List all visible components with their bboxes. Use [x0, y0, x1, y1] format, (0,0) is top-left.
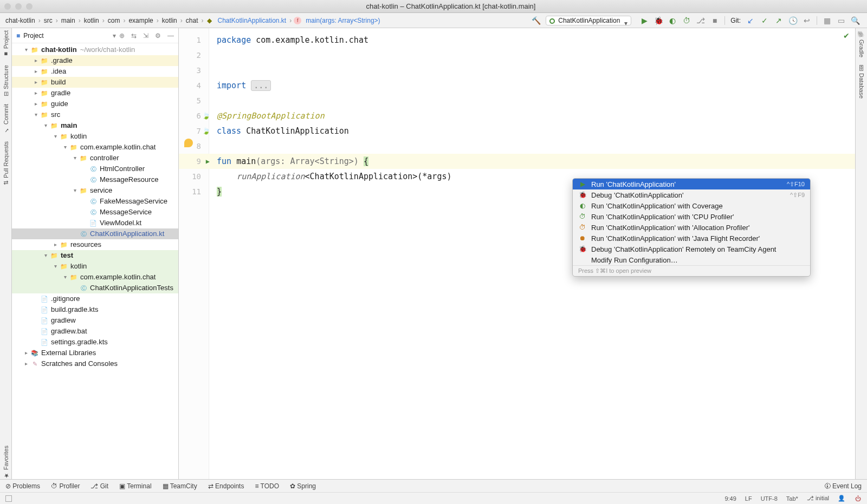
line-number[interactable]: 11: [179, 184, 209, 199]
tree-row[interactable]: ⒸFakeMessageService: [12, 196, 178, 207]
tool-tab-structure[interactable]: ⊟Structure: [2, 65, 9, 96]
tool-tab-pull-requests[interactable]: ⇅Pull Requests: [2, 141, 9, 185]
context-menu-item[interactable]: 🐞Debug 'ChatKotlinApplication' Remotely …: [573, 244, 810, 254]
profile-icon[interactable]: ⏱: [682, 16, 691, 25]
expand-arrow-icon[interactable]: ▾: [72, 185, 78, 196]
git-update-icon[interactable]: ↙: [746, 16, 755, 25]
tree-row[interactable]: ▾📁com.example.kotlin.chat: [12, 142, 178, 153]
gutter[interactable]: 123456🍃7🍃89▶1011: [179, 28, 209, 479]
run-icon[interactable]: ▶: [640, 16, 649, 25]
line-number[interactable]: 6🍃: [179, 108, 209, 123]
tool-git[interactable]: ⎇ Git: [90, 482, 108, 490]
tree-row[interactable]: 📄ViewModel.kt: [12, 218, 178, 228]
tree-row[interactable]: ⒸMessageResource: [12, 174, 178, 185]
expand-icon[interactable]: ⇆: [131, 32, 137, 40]
tree-row[interactable]: ▾📁test: [12, 250, 178, 261]
stop-icon[interactable]: ■: [710, 16, 719, 25]
tree-row[interactable]: 📄gradlew: [12, 315, 178, 326]
tool-tab-database[interactable]: 🗄Database: [858, 65, 865, 99]
tool-tab-commit[interactable]: ✓Commit: [2, 104, 9, 134]
status-branch[interactable]: ⎇ initial: [807, 495, 829, 502]
crumb[interactable]: main: [60, 17, 76, 24]
line-number[interactable]: 2: [179, 48, 209, 63]
build-icon[interactable]: 🔨: [532, 16, 540, 25]
context-menu-item[interactable]: Modify Run Configuration…: [573, 254, 810, 265]
git-commit-icon[interactable]: ✓: [760, 16, 769, 25]
tree-row[interactable]: ⒸChatKotlinApplicationTests: [12, 283, 178, 293]
collapse-icon[interactable]: ⇲: [143, 32, 148, 40]
line-number[interactable]: 9▶: [179, 154, 209, 169]
expand-arrow-icon[interactable]: ▸: [33, 99, 39, 109]
search-icon[interactable]: 🔍: [851, 16, 859, 25]
line-number[interactable]: 8: [179, 139, 209, 154]
line-number[interactable]: 3: [179, 63, 209, 78]
close-icon[interactable]: [4, 3, 11, 10]
crumb-function[interactable]: main(args: Array<String>): [305, 17, 381, 24]
locate-icon[interactable]: ⊕: [119, 32, 125, 40]
expand-arrow-icon[interactable]: ▸: [33, 55, 39, 66]
crumb[interactable]: com: [107, 17, 121, 24]
tree-row[interactable]: ▸📁build: [12, 77, 178, 88]
status-caret-pos[interactable]: 9:49: [724, 495, 736, 502]
status-lock-icon[interactable]: ⏻: [854, 495, 862, 502]
crumb[interactable]: kotlin: [83, 17, 100, 24]
editor[interactable]: ✔ 123456🍃7🍃89▶1011 package com.example.k…: [179, 28, 855, 479]
hide-icon[interactable]: —: [167, 32, 174, 40]
line-number[interactable]: 4: [179, 78, 209, 93]
tree-row[interactable]: ▸📁gradle: [12, 88, 178, 99]
tree-row[interactable]: ▸✎Scratches and Consoles: [12, 358, 178, 369]
tree-row[interactable]: 📄.gitignore: [12, 293, 178, 304]
run-config-selector[interactable]: ChatKotlinApplication ▾: [546, 16, 631, 25]
expand-arrow-icon[interactable]: ▸: [33, 66, 39, 77]
tree-row[interactable]: ▾📁controller: [12, 153, 178, 163]
tree-row[interactable]: 📄build.gradle.kts: [12, 304, 178, 315]
tree-row[interactable]: ▾📁kotlin: [12, 261, 178, 272]
expand-arrow-icon[interactable]: ▸: [52, 239, 59, 250]
zoom-icon[interactable]: [26, 3, 33, 10]
expand-arrow-icon[interactable]: ▸: [23, 358, 29, 369]
tool-todo[interactable]: ≡ TODO: [255, 482, 279, 490]
expand-arrow-icon[interactable]: ▾: [72, 153, 78, 163]
tree-row[interactable]: ▾📁src: [12, 109, 178, 120]
tree-row[interactable]: ▾📁kotlin: [12, 131, 178, 142]
expand-arrow-icon[interactable]: ▾: [62, 272, 68, 283]
teamcity-icon[interactable]: ▦: [823, 16, 831, 25]
tree-row[interactable]: ▸📁guide: [12, 99, 178, 109]
gear-icon[interactable]: ⚙: [155, 32, 161, 40]
tree-row[interactable]: ⒸChatKotlinApplication.kt: [12, 228, 178, 239]
tree-row[interactable]: ▸📚External Libraries: [12, 348, 178, 358]
context-menu-item[interactable]: ⏱Run 'ChatKotlinApplication' with 'CPU P…: [573, 211, 810, 222]
tool-spring[interactable]: ✿ Spring: [290, 482, 316, 490]
tool-profiler[interactable]: ⏱ Profiler: [51, 482, 80, 490]
debug-icon[interactable]: 🐞: [654, 16, 663, 25]
git-history-icon[interactable]: 🕓: [788, 16, 797, 25]
crumb[interactable]: src: [43, 17, 54, 24]
crumb[interactable]: chat: [185, 17, 199, 24]
context-menu-item[interactable]: ⏱Run 'ChatKotlinApplication' with 'Alloc…: [573, 222, 810, 233]
tree-row[interactable]: ⒸHtmlController: [12, 163, 178, 174]
tree-row[interactable]: ▸📁.gradle: [12, 55, 178, 66]
tool-endpoints[interactable]: ⇄ Endpoints: [208, 482, 244, 490]
status-user-icon[interactable]: 👤: [838, 495, 845, 502]
chevron-down-icon[interactable]: ▾: [113, 32, 116, 40]
expand-arrow-icon[interactable]: ▾: [42, 120, 49, 131]
status-indent[interactable]: Tab*: [786, 495, 798, 502]
ide-features-icon[interactable]: ▭: [837, 16, 845, 25]
line-number[interactable]: 7🍃: [179, 123, 209, 139]
tree-row[interactable]: ▾📁main: [12, 120, 178, 131]
git-push-icon[interactable]: ↗: [774, 16, 783, 25]
tool-tab-favorites[interactable]: ★Favorites: [2, 446, 9, 479]
tree-row[interactable]: ▾📁chat-kotlin~/work/chat-kotlin: [12, 44, 178, 55]
expand-arrow-icon[interactable]: ▸: [23, 348, 29, 358]
context-menu-item[interactable]: ◐Run 'ChatKotlinApplication' with Covera…: [573, 200, 810, 211]
tree-row[interactable]: ▾📁service: [12, 185, 178, 196]
fold-placeholder[interactable]: ...: [251, 80, 271, 91]
crumb[interactable]: chat-kotlin: [4, 17, 36, 24]
line-number[interactable]: 5: [179, 93, 209, 108]
expand-arrow-icon[interactable]: ▾: [23, 44, 29, 55]
tree-row[interactable]: ▸📁.idea: [12, 66, 178, 77]
status-line-ending[interactable]: LF: [745, 495, 752, 502]
crumb-file[interactable]: ChatKotlinApplication.kt: [216, 17, 287, 24]
minimize-icon[interactable]: [15, 3, 22, 10]
expand-arrow-icon[interactable]: ▾: [33, 109, 39, 120]
